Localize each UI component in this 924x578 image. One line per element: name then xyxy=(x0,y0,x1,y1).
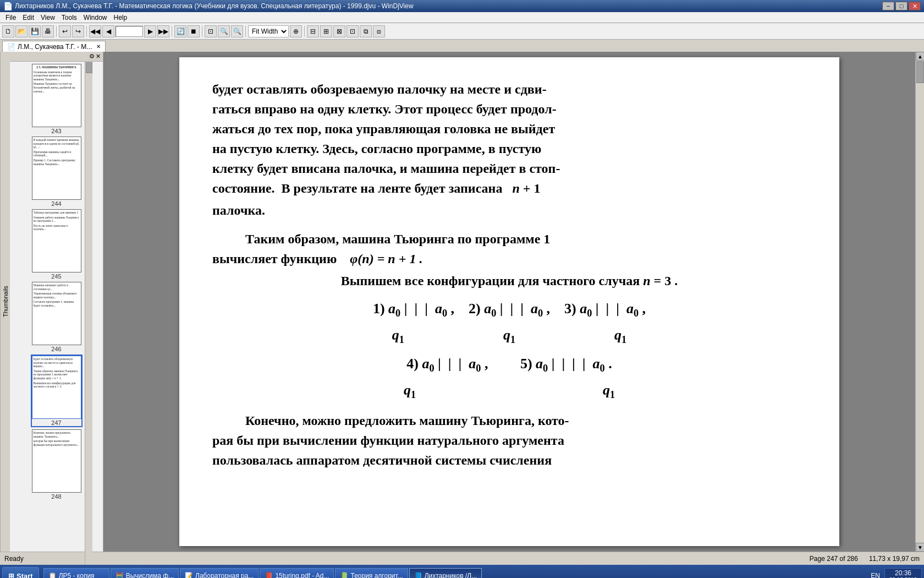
toolbar-next[interactable]: ▶ xyxy=(144,25,156,37)
document-tab[interactable]: 📄 Л.М., Сукачева Т.Г. - М... ✕ xyxy=(2,41,106,52)
menu-tools[interactable]: Tools xyxy=(58,13,80,22)
taskbar-label-0: ЛР5 - копия xyxy=(59,572,95,578)
toolbar-open[interactable]: 📂 xyxy=(15,25,28,37)
right-scrollbar: ▲ ▼ xyxy=(915,52,924,552)
page-number-input[interactable]: 247 xyxy=(116,26,143,37)
paragraph-1: будет оставлять обозреваемую палочку на … xyxy=(212,79,806,198)
toolbar-zoom-in[interactable]: 🔍 xyxy=(218,25,230,37)
menu-help[interactable]: Help xyxy=(111,13,131,22)
taskbar-icon-4: 📗 xyxy=(340,572,348,578)
titlebar-left: 📄 Лихтарников Л.М., Сукачева Т.Г. - Мате… xyxy=(3,2,414,10)
statusbar-right: Page 247 of 286 11,73 x 19,97 cm xyxy=(810,555,920,563)
scroll-down-button[interactable]: ▼ xyxy=(916,543,924,552)
tab-bar: 📄 Л.М., Сукачева Т.Г. - М... ✕ xyxy=(0,40,924,52)
toolbar-extra[interactable]: ⧈ xyxy=(373,25,385,37)
menu-view[interactable]: View xyxy=(37,13,58,22)
thumbnail-244[interactable]: В каждый момент времени машина находится… xyxy=(32,137,81,207)
toolbar-sep1 xyxy=(56,26,57,37)
toolbar-forward[interactable]: ↪ xyxy=(72,25,84,37)
menu-window[interactable]: Window xyxy=(80,13,111,22)
tab-label: Л.М., Сукачева Т.Г. - М... xyxy=(18,43,92,51)
toolbar-zoom-plus[interactable]: ⊕ xyxy=(290,25,302,37)
paragraph-3: Выпишем все конфигурации для частного сл… xyxy=(212,271,806,291)
tab-close-icon[interactable]: ✕ xyxy=(96,43,101,50)
taskbar-right: EN 20:36 28.10.2012 xyxy=(871,568,922,578)
toolbar-view3[interactable]: ⊠ xyxy=(333,25,345,37)
toolbar-zoom-out[interactable]: 🔍 xyxy=(231,25,243,37)
toolbar-new[interactable]: 🗋 xyxy=(2,25,14,37)
taskbar-icon-1: 🧮 xyxy=(116,572,124,578)
toolbar-stop[interactable]: ⏹ xyxy=(188,25,200,37)
toolbar-sep6 xyxy=(304,26,305,37)
close-button[interactable]: ✕ xyxy=(909,2,921,10)
menu-edit[interactable]: Edit xyxy=(19,13,37,22)
start-button[interactable]: ⊞ Start xyxy=(2,567,39,578)
paragraph-1b: палочка. xyxy=(212,200,806,220)
taskbar-item-4[interactable]: 📗 Теория алгорит... xyxy=(335,568,408,578)
scrollbar-thumb[interactable] xyxy=(916,61,924,83)
scrollbar-track[interactable] xyxy=(916,61,924,543)
taskbar-item-0[interactable]: 📋 ЛР5 - копия xyxy=(43,568,109,578)
maximize-button[interactable]: □ xyxy=(895,2,908,10)
configurations-block: 1) a0 | | | a0 , 2) a0 | | | a0 , 3) a0 … xyxy=(212,296,806,404)
taskbar-item-1[interactable]: 🧮 Вычислима ф... xyxy=(111,568,179,578)
toolbar-prev-page[interactable]: ◀◀ xyxy=(89,25,101,37)
toolbar-sep2 xyxy=(86,26,87,37)
thumbnails-header: ⚙ ✕ xyxy=(10,52,103,62)
toolbar-sep4 xyxy=(202,26,202,37)
toolbar-save[interactable]: 💾 xyxy=(29,25,41,37)
scroll-up-button[interactable]: ▲ xyxy=(916,52,924,61)
taskbar-item-2[interactable]: 📝 Лабораторная ра... xyxy=(180,568,258,578)
toolbar-view4[interactable]: ⊡ xyxy=(346,25,359,37)
taskbar-item-3[interactable]: 📕 15turing.pdf - Ad... xyxy=(260,568,334,578)
app-icon: 📄 xyxy=(3,2,13,10)
config-row-4-q1: q1 q1 xyxy=(212,378,806,404)
toolbar: 🗋 📂 💾 🖶 ↩ ↪ ◀◀ ◀ 247 ▶ ▶▶ 🔄 ⏹ ⊡ 🔍 🔍 Fit … xyxy=(0,23,924,40)
menu-bar: File Edit View Tools Window Help xyxy=(0,12,924,23)
config-row-2-q1: q1 q1 q1 xyxy=(212,323,806,349)
thumbnail-img-245: Таблица программы для примера 1 Опишем р… xyxy=(32,209,81,272)
toolbar-view2[interactable]: ⊞ xyxy=(320,25,332,37)
toolbar-next-page[interactable]: ▶▶ xyxy=(157,25,169,37)
toolbar-refresh[interactable]: 🔄 xyxy=(174,25,186,37)
menu-file[interactable]: File xyxy=(2,13,19,22)
toolbar-cols[interactable]: ⧉ xyxy=(360,25,372,37)
thumbnail-label-246: 246 xyxy=(51,346,61,352)
main-container: Thumbnails ⚙ ✕ § 5. МАШИНЫ ТЬЮРИНГА Осно… xyxy=(0,52,924,552)
status-ready: Ready xyxy=(4,555,24,563)
toolbar-fit-page[interactable]: ⊡ xyxy=(205,25,217,37)
thumbnail-243[interactable]: § 5. МАШИНЫ ТЬЮРИНГА Основным понятием в… xyxy=(32,64,81,134)
window-title: Лихтарников Л.М., Сукачева Т.Г. - Матема… xyxy=(15,2,414,10)
taskbar-lang: EN xyxy=(871,572,880,578)
taskbar-label-5: Лихтарников /Л... xyxy=(425,572,477,578)
toolbar-sep3 xyxy=(172,26,172,37)
thumbnails-panel: ⚙ ✕ § 5. МАШИНЫ ТЬЮРИНГА Основным поняти… xyxy=(10,52,103,552)
thumbnails-close-icon[interactable]: ✕ xyxy=(96,53,101,60)
taskbar-label-3: 15turing.pdf - Ad... xyxy=(275,572,329,578)
config-row-1: 1) a0 | | | a0 , 2) a0 | | | a0 , 3) a0 … xyxy=(212,296,806,323)
thumbnails-scrollbar[interactable] xyxy=(85,62,92,565)
start-windows-icon: ⊞ xyxy=(8,572,14,579)
taskbar-item-5[interactable]: 📘 Лихтарников /Л... xyxy=(409,568,482,578)
taskbar-label-1: Вычислима ф... xyxy=(126,572,174,578)
thumbnail-247[interactable]: будет оставлять обозреваемую палочку на … xyxy=(31,355,82,427)
toolbar-prev[interactable]: ◀ xyxy=(102,25,114,37)
thumbnails-settings-icon[interactable]: ⚙ xyxy=(89,53,95,60)
toolbar-print[interactable]: 🖶 xyxy=(42,25,54,37)
zoom-combo[interactable]: Fit Width Fit Page 100% 150% 200% xyxy=(248,25,289,37)
thumbnail-label-244: 244 xyxy=(51,200,61,207)
thumbnail-246[interactable]: Машина начинает работу в состоянии q1...… xyxy=(32,282,81,352)
minimize-button[interactable]: − xyxy=(882,2,894,10)
thumbnail-248[interactable]: Конечно, можно предложить машину Тьюринг… xyxy=(32,429,81,500)
config-row-3: 4) a0 | | | a0 , 5) a0 | | | | a0 . xyxy=(212,351,806,378)
taskbar: ⊞ Start 📋 ЛР5 - копия 🧮 Вычислима ф... 📝… xyxy=(0,565,924,578)
page-info: Page 247 of 286 xyxy=(810,555,858,563)
tab-icon: 📄 xyxy=(7,43,15,51)
toolbar-back[interactable]: ↩ xyxy=(59,25,71,37)
toolbar-view1[interactable]: ⊟ xyxy=(307,25,319,37)
thumbnails-scrollbar-thumb[interactable] xyxy=(86,62,92,73)
toolbar-sep5 xyxy=(245,26,246,37)
thumbnail-245[interactable]: Таблица программы для примера 1 Опишем р… xyxy=(32,209,81,280)
taskbar-icon-0: 📋 xyxy=(48,572,57,578)
taskbar-label-2: Лабораторная ра... xyxy=(195,572,254,578)
